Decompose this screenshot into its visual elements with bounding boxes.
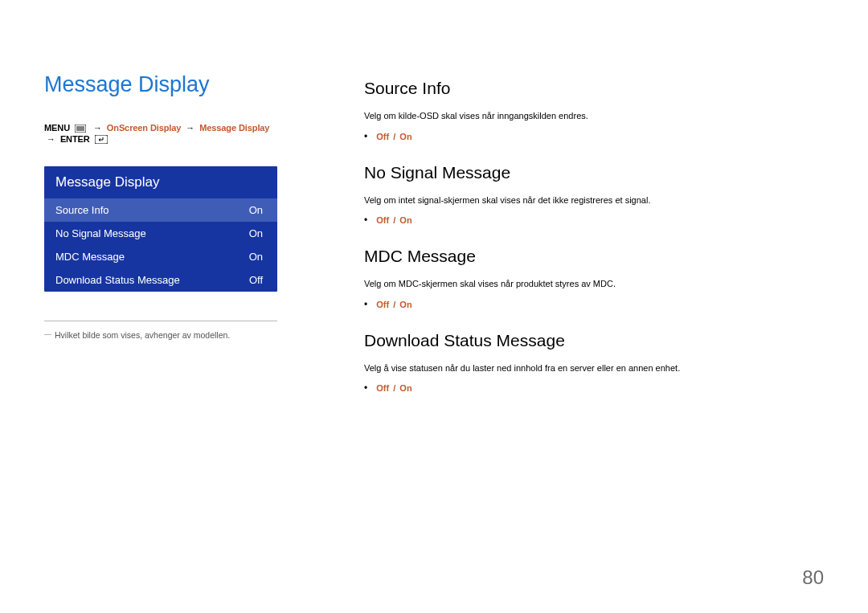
arrow-icon: → <box>186 123 194 133</box>
option-off: Off <box>376 132 389 141</box>
breadcrumb-menu-label: MENU <box>44 123 70 133</box>
enter-icon <box>95 135 108 145</box>
option-off: Off <box>376 300 389 309</box>
breadcrumb-enter-label: ENTER <box>60 134 90 144</box>
breadcrumb-part-1: Message Display <box>199 123 269 133</box>
section-options: Off / On <box>364 131 824 142</box>
osd-row-download-status-message[interactable]: Download Status Message Off <box>44 268 277 292</box>
option-on: On <box>399 383 411 393</box>
arrow-icon: → <box>47 134 55 144</box>
osd-row-label: MDC Message <box>55 251 125 263</box>
section-desc: Velg om kilde-OSD skal vises når inngang… <box>364 109 824 123</box>
menu-icon <box>75 125 86 134</box>
section-options: Off / On <box>364 382 824 394</box>
osd-panel: Message Display Source Info On No Signal… <box>44 166 277 292</box>
option-off: Off <box>376 383 389 393</box>
option-on: On <box>399 300 411 309</box>
osd-row-label: Source Info <box>55 204 109 216</box>
section-heading-mdc-message: MDC Message <box>364 247 824 266</box>
section-heading-no-signal-message: No Signal Message <box>364 163 824 182</box>
arrow-icon: → <box>93 123 102 133</box>
option-on: On <box>399 215 411 225</box>
osd-row-source-info[interactable]: Source Info On <box>44 198 277 222</box>
option-off: Off <box>376 215 389 225</box>
osd-row-value: On <box>249 204 263 216</box>
option-on: On <box>399 132 411 141</box>
breadcrumb-part-0: OnScreen Display <box>107 123 182 133</box>
section-options: Off / On <box>364 215 824 226</box>
section-desc: Velg om MDC-skjermen skal vises når prod… <box>364 277 824 291</box>
section-heading-source-info: Source Info <box>364 79 824 98</box>
section-options: Off / On <box>364 299 824 310</box>
section-heading-download-status-message: Download Status Message <box>364 331 824 350</box>
osd-row-label: No Signal Message <box>55 227 146 239</box>
osd-row-label: Download Status Message <box>55 274 180 286</box>
breadcrumb: MENU → OnScreen Display → Message Displa… <box>44 123 277 145</box>
osd-row-value: On <box>249 251 263 263</box>
osd-row-value: On <box>249 227 263 239</box>
page-title: Message Display <box>44 72 277 97</box>
osd-row-value: Off <box>249 274 263 286</box>
osd-row-mdc-message[interactable]: MDC Message On <box>44 245 277 268</box>
section-desc: Velg om intet signal-skjermen skal vises… <box>364 194 824 207</box>
divider <box>44 321 277 321</box>
osd-header: Message Display <box>44 166 277 198</box>
osd-row-no-signal-message[interactable]: No Signal Message On <box>44 222 277 245</box>
section-desc: Velg å vise statusen når du laster ned i… <box>364 362 824 375</box>
footnote: Hvilket bilde som vises, avhenger av mod… <box>44 329 277 341</box>
page-number: 80 <box>802 566 824 589</box>
